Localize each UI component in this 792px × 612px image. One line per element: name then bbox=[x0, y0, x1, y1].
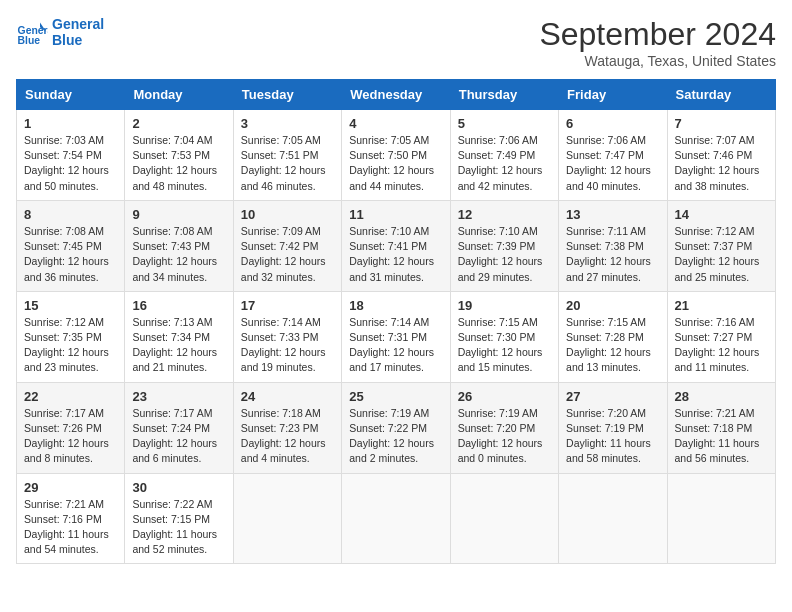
day-number: 2 bbox=[132, 116, 225, 131]
calendar-cell: 9Sunrise: 7:08 AM Sunset: 7:43 PM Daylig… bbox=[125, 200, 233, 291]
calendar-cell: 25Sunrise: 7:19 AM Sunset: 7:22 PM Dayli… bbox=[342, 382, 450, 473]
day-number: 8 bbox=[24, 207, 117, 222]
calendar-cell: 5Sunrise: 7:06 AM Sunset: 7:49 PM Daylig… bbox=[450, 110, 558, 201]
day-info: Sunrise: 7:14 AM Sunset: 7:33 PM Dayligh… bbox=[241, 315, 334, 376]
calendar-cell: 10Sunrise: 7:09 AM Sunset: 7:42 PM Dayli… bbox=[233, 200, 341, 291]
day-info: Sunrise: 7:10 AM Sunset: 7:41 PM Dayligh… bbox=[349, 224, 442, 285]
column-header-tuesday: Tuesday bbox=[233, 80, 341, 110]
day-info: Sunrise: 7:12 AM Sunset: 7:37 PM Dayligh… bbox=[675, 224, 768, 285]
day-number: 20 bbox=[566, 298, 659, 313]
calendar-cell: 11Sunrise: 7:10 AM Sunset: 7:41 PM Dayli… bbox=[342, 200, 450, 291]
day-info: Sunrise: 7:07 AM Sunset: 7:46 PM Dayligh… bbox=[675, 133, 768, 194]
day-number: 19 bbox=[458, 298, 551, 313]
day-number: 29 bbox=[24, 480, 117, 495]
calendar-cell: 8Sunrise: 7:08 AM Sunset: 7:45 PM Daylig… bbox=[17, 200, 125, 291]
column-header-monday: Monday bbox=[125, 80, 233, 110]
calendar-cell: 3Sunrise: 7:05 AM Sunset: 7:51 PM Daylig… bbox=[233, 110, 341, 201]
day-info: Sunrise: 7:19 AM Sunset: 7:22 PM Dayligh… bbox=[349, 406, 442, 467]
day-info: Sunrise: 7:15 AM Sunset: 7:30 PM Dayligh… bbox=[458, 315, 551, 376]
svg-text:Blue: Blue bbox=[18, 35, 41, 46]
calendar-cell bbox=[559, 473, 667, 564]
day-number: 6 bbox=[566, 116, 659, 131]
calendar-week-row: 29Sunrise: 7:21 AM Sunset: 7:16 PM Dayli… bbox=[17, 473, 776, 564]
logo: General Blue General Blue bbox=[16, 16, 104, 48]
calendar-week-row: 1Sunrise: 7:03 AM Sunset: 7:54 PM Daylig… bbox=[17, 110, 776, 201]
day-number: 7 bbox=[675, 116, 768, 131]
calendar-cell: 19Sunrise: 7:15 AM Sunset: 7:30 PM Dayli… bbox=[450, 291, 558, 382]
calendar-cell: 17Sunrise: 7:14 AM Sunset: 7:33 PM Dayli… bbox=[233, 291, 341, 382]
day-number: 16 bbox=[132, 298, 225, 313]
calendar-cell: 23Sunrise: 7:17 AM Sunset: 7:24 PM Dayli… bbox=[125, 382, 233, 473]
logo-general: General bbox=[52, 16, 104, 32]
calendar-cell: 4Sunrise: 7:05 AM Sunset: 7:50 PM Daylig… bbox=[342, 110, 450, 201]
day-number: 4 bbox=[349, 116, 442, 131]
day-info: Sunrise: 7:13 AM Sunset: 7:34 PM Dayligh… bbox=[132, 315, 225, 376]
calendar-cell: 20Sunrise: 7:15 AM Sunset: 7:28 PM Dayli… bbox=[559, 291, 667, 382]
day-number: 24 bbox=[241, 389, 334, 404]
calendar-cell: 26Sunrise: 7:19 AM Sunset: 7:20 PM Dayli… bbox=[450, 382, 558, 473]
day-info: Sunrise: 7:05 AM Sunset: 7:50 PM Dayligh… bbox=[349, 133, 442, 194]
day-info: Sunrise: 7:18 AM Sunset: 7:23 PM Dayligh… bbox=[241, 406, 334, 467]
day-number: 1 bbox=[24, 116, 117, 131]
day-number: 5 bbox=[458, 116, 551, 131]
calendar-cell: 7Sunrise: 7:07 AM Sunset: 7:46 PM Daylig… bbox=[667, 110, 775, 201]
day-number: 28 bbox=[675, 389, 768, 404]
page-subtitle: Watauga, Texas, United States bbox=[539, 53, 776, 69]
calendar-week-row: 22Sunrise: 7:17 AM Sunset: 7:26 PM Dayli… bbox=[17, 382, 776, 473]
day-number: 11 bbox=[349, 207, 442, 222]
calendar-cell: 30Sunrise: 7:22 AM Sunset: 7:15 PM Dayli… bbox=[125, 473, 233, 564]
page-header: General Blue General Blue September 2024… bbox=[16, 16, 776, 69]
calendar-week-row: 8Sunrise: 7:08 AM Sunset: 7:45 PM Daylig… bbox=[17, 200, 776, 291]
day-info: Sunrise: 7:10 AM Sunset: 7:39 PM Dayligh… bbox=[458, 224, 551, 285]
day-number: 15 bbox=[24, 298, 117, 313]
day-number: 22 bbox=[24, 389, 117, 404]
day-info: Sunrise: 7:17 AM Sunset: 7:26 PM Dayligh… bbox=[24, 406, 117, 467]
calendar-cell: 2Sunrise: 7:04 AM Sunset: 7:53 PM Daylig… bbox=[125, 110, 233, 201]
calendar-week-row: 15Sunrise: 7:12 AM Sunset: 7:35 PM Dayli… bbox=[17, 291, 776, 382]
calendar-cell: 6Sunrise: 7:06 AM Sunset: 7:47 PM Daylig… bbox=[559, 110, 667, 201]
day-number: 14 bbox=[675, 207, 768, 222]
day-info: Sunrise: 7:14 AM Sunset: 7:31 PM Dayligh… bbox=[349, 315, 442, 376]
column-header-friday: Friday bbox=[559, 80, 667, 110]
page-title: September 2024 bbox=[539, 16, 776, 53]
calendar-cell: 16Sunrise: 7:13 AM Sunset: 7:34 PM Dayli… bbox=[125, 291, 233, 382]
day-info: Sunrise: 7:20 AM Sunset: 7:19 PM Dayligh… bbox=[566, 406, 659, 467]
calendar-cell: 28Sunrise: 7:21 AM Sunset: 7:18 PM Dayli… bbox=[667, 382, 775, 473]
calendar-cell: 21Sunrise: 7:16 AM Sunset: 7:27 PM Dayli… bbox=[667, 291, 775, 382]
calendar-cell bbox=[667, 473, 775, 564]
day-info: Sunrise: 7:09 AM Sunset: 7:42 PM Dayligh… bbox=[241, 224, 334, 285]
day-number: 18 bbox=[349, 298, 442, 313]
calendar-cell: 18Sunrise: 7:14 AM Sunset: 7:31 PM Dayli… bbox=[342, 291, 450, 382]
calendar-cell bbox=[342, 473, 450, 564]
day-number: 23 bbox=[132, 389, 225, 404]
calendar-cell bbox=[450, 473, 558, 564]
calendar-header-row: SundayMondayTuesdayWednesdayThursdayFrid… bbox=[17, 80, 776, 110]
day-info: Sunrise: 7:21 AM Sunset: 7:18 PM Dayligh… bbox=[675, 406, 768, 467]
day-number: 30 bbox=[132, 480, 225, 495]
day-number: 21 bbox=[675, 298, 768, 313]
day-info: Sunrise: 7:08 AM Sunset: 7:43 PM Dayligh… bbox=[132, 224, 225, 285]
day-info: Sunrise: 7:03 AM Sunset: 7:54 PM Dayligh… bbox=[24, 133, 117, 194]
day-number: 26 bbox=[458, 389, 551, 404]
day-info: Sunrise: 7:04 AM Sunset: 7:53 PM Dayligh… bbox=[132, 133, 225, 194]
day-info: Sunrise: 7:16 AM Sunset: 7:27 PM Dayligh… bbox=[675, 315, 768, 376]
column-header-sunday: Sunday bbox=[17, 80, 125, 110]
column-header-saturday: Saturday bbox=[667, 80, 775, 110]
day-info: Sunrise: 7:06 AM Sunset: 7:47 PM Dayligh… bbox=[566, 133, 659, 194]
title-area: September 2024 Watauga, Texas, United St… bbox=[539, 16, 776, 69]
calendar-cell: 24Sunrise: 7:18 AM Sunset: 7:23 PM Dayli… bbox=[233, 382, 341, 473]
day-number: 9 bbox=[132, 207, 225, 222]
calendar-cell: 12Sunrise: 7:10 AM Sunset: 7:39 PM Dayli… bbox=[450, 200, 558, 291]
day-info: Sunrise: 7:06 AM Sunset: 7:49 PM Dayligh… bbox=[458, 133, 551, 194]
day-info: Sunrise: 7:17 AM Sunset: 7:24 PM Dayligh… bbox=[132, 406, 225, 467]
calendar-cell: 29Sunrise: 7:21 AM Sunset: 7:16 PM Dayli… bbox=[17, 473, 125, 564]
column-header-thursday: Thursday bbox=[450, 80, 558, 110]
column-header-wednesday: Wednesday bbox=[342, 80, 450, 110]
day-number: 13 bbox=[566, 207, 659, 222]
calendar-cell: 1Sunrise: 7:03 AM Sunset: 7:54 PM Daylig… bbox=[17, 110, 125, 201]
calendar-cell: 15Sunrise: 7:12 AM Sunset: 7:35 PM Dayli… bbox=[17, 291, 125, 382]
calendar-cell bbox=[233, 473, 341, 564]
calendar-cell: 27Sunrise: 7:20 AM Sunset: 7:19 PM Dayli… bbox=[559, 382, 667, 473]
logo-icon: General Blue bbox=[16, 16, 48, 48]
day-info: Sunrise: 7:11 AM Sunset: 7:38 PM Dayligh… bbox=[566, 224, 659, 285]
